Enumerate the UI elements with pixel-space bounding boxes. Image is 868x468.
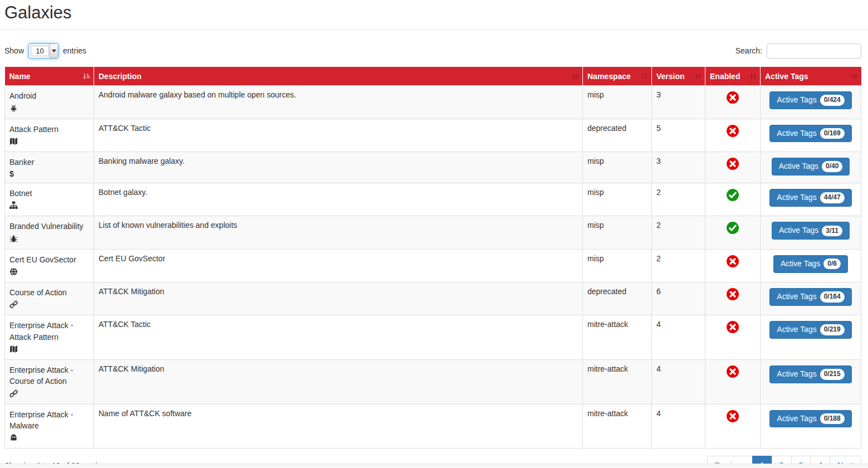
galaxy-name: Branded Vulnerability	[9, 221, 89, 232]
galaxy-description: ATT&CK Mitigation	[94, 359, 583, 404]
link-icon	[9, 389, 18, 398]
column-label: Description	[99, 72, 141, 81]
disabled-cross-icon[interactable]	[727, 410, 739, 422]
globe-icon	[9, 267, 18, 276]
search-input[interactable]	[767, 43, 861, 58]
table-row[interactable]: Android Android malware galaxy based on …	[5, 86, 861, 119]
column-label: Namespace	[587, 72, 631, 81]
galaxies-table: NameDescriptionNamespaceVersionEnabledAc…	[4, 67, 861, 448]
active-tags-button[interactable]: Active Tags 3/11	[772, 222, 850, 240]
galaxy-description: Banking malware galaxy.	[94, 152, 583, 183]
monster-icon	[9, 433, 18, 442]
galaxy-version: 2	[652, 249, 705, 282]
table-row[interactable]: Attack Pattern ATT&CK Tactic deprecated …	[5, 119, 861, 152]
column-header-version[interactable]: Version	[652, 67, 705, 86]
galaxy-version: 6	[652, 282, 705, 315]
disabled-cross-icon[interactable]	[727, 288, 739, 300]
disabled-cross-icon[interactable]	[727, 125, 739, 137]
table-controls: Show 10 entries Search:	[4, 43, 861, 58]
table-row[interactable]: Botnet Botnet galaxy. misp 2 Active Tags…	[5, 183, 861, 216]
active-tags-label: Active Tags	[779, 161, 818, 172]
enabled-check-icon[interactable]	[727, 222, 739, 234]
active-tags-badge: 0/6	[823, 259, 841, 270]
galaxy-name: Android	[9, 90, 89, 101]
active-tags-button[interactable]: Active Tags 0/164	[769, 288, 851, 306]
column-header-active-tags[interactable]: Active Tags	[761, 67, 861, 86]
galaxy-name: Banker	[9, 157, 89, 168]
disabled-cross-icon[interactable]	[727, 158, 739, 170]
galaxy-namespace: mitre-attack	[583, 359, 652, 404]
column-label: Enabled	[710, 72, 740, 81]
table-row[interactable]: Banker $ Banking malware galaxy. misp 3 …	[5, 152, 861, 183]
table-row[interactable]: Course of Action ATT&CK Mitigation depre…	[5, 282, 861, 315]
galaxy-version: 4	[652, 315, 705, 360]
active-tags-label: Active Tags	[779, 225, 818, 236]
disabled-cross-icon[interactable]	[727, 255, 739, 267]
column-label: Name	[9, 72, 31, 81]
galaxy-namespace: deprecated	[583, 282, 652, 315]
column-header-enabled[interactable]: Enabled	[705, 67, 761, 86]
disabled-cross-icon[interactable]	[727, 91, 739, 104]
page-length-select[interactable]: 10	[28, 43, 58, 58]
galaxies-page: Galaxies Show 10 entries Search: NameDes…	[4, 2, 861, 468]
active-tags-label: Active Tags	[777, 291, 816, 303]
active-tags-button[interactable]: Active Tags 0/424	[769, 91, 851, 109]
galaxy-version: 5	[652, 119, 705, 152]
title-divider	[0, 29, 868, 30]
galaxy-namespace: misp	[583, 152, 652, 183]
column-header-description[interactable]: Description	[94, 67, 583, 86]
active-tags-label: Active Tags	[777, 95, 816, 106]
disabled-cross-icon[interactable]	[727, 321, 739, 333]
galaxy-description: Cert EU GovSector	[94, 249, 583, 282]
galaxy-version: 3	[652, 152, 705, 183]
active-tags-badge: 0/188	[820, 413, 845, 425]
active-tags-label: Active Tags	[777, 413, 816, 425]
active-tags-label: Active Tags	[777, 192, 816, 203]
galaxy-namespace: deprecated	[583, 119, 652, 152]
active-tags-button[interactable]: Active Tags 0/40	[772, 158, 850, 176]
galaxy-namespace: misp	[583, 183, 652, 216]
table-row[interactable]: Branded Vulnerability List of known vuln…	[5, 216, 861, 249]
galaxy-description: List of known vulnerabilities and exploi…	[94, 216, 583, 249]
entries-label: entries	[63, 46, 86, 55]
disabled-cross-icon[interactable]	[727, 365, 739, 378]
table-row[interactable]: Enterprise Attack - Course of Action ATT…	[5, 359, 861, 404]
active-tags-button[interactable]: Active Tags 0/188	[769, 410, 851, 428]
chevron-down-icon	[50, 44, 58, 58]
galaxy-namespace: mitre-attack	[583, 404, 652, 448]
column-header-namespace[interactable]: Namespace	[583, 67, 652, 86]
map-icon	[9, 345, 18, 353]
galaxy-description: ATT&CK Tactic	[94, 119, 583, 152]
galaxy-namespace: misp	[583, 86, 652, 119]
active-tags-badge: 0/219	[820, 324, 845, 335]
column-header-name[interactable]: Name	[5, 67, 94, 86]
table-row[interactable]: Cert EU GovSector Cert EU GovSector misp…	[5, 249, 861, 282]
active-tags-button[interactable]: Active Tags 44/47	[769, 189, 851, 207]
galaxies-table-body: Android Android malware galaxy based on …	[5, 86, 861, 448]
page-length-value: 10	[31, 46, 49, 56]
table-row[interactable]: Enterprise Attack - Malware Name of ATT&…	[5, 404, 861, 448]
table-row[interactable]: Enterprise Attack - Attack Pattern ATT&C…	[5, 315, 861, 360]
sort-icon	[641, 72, 648, 80]
galaxy-name: Enterprise Attack - Course of Action	[9, 364, 89, 387]
enabled-check-icon[interactable]	[727, 189, 739, 201]
sort-icon	[749, 72, 757, 80]
page-footer-bar	[0, 464, 868, 468]
galaxy-name: Cert EU GovSector	[9, 254, 89, 265]
sort-icon	[572, 72, 579, 80]
map-icon	[9, 137, 18, 145]
active-tags-button[interactable]: Active Tags 0/219	[769, 321, 851, 339]
galaxy-name: Enterprise Attack - Malware	[9, 409, 89, 432]
active-tags-badge: 0/424	[820, 95, 845, 106]
active-tags-button[interactable]: Active Tags 0/6	[773, 255, 848, 273]
galaxy-version: 2	[652, 216, 705, 249]
galaxy-description: ATT&CK Mitigation	[94, 282, 583, 315]
galaxy-name: Botnet	[9, 188, 89, 199]
galaxy-description: Botnet galaxy.	[94, 183, 583, 216]
dollar-icon: $	[9, 170, 14, 178]
active-tags-button[interactable]: Active Tags 0/169	[769, 125, 851, 143]
column-label: Version	[656, 72, 685, 81]
active-tags-badge: 0/164	[820, 291, 845, 303]
active-tags-button[interactable]: Active Tags 0/215	[769, 365, 851, 383]
active-tags-badge: 0/169	[820, 128, 845, 139]
